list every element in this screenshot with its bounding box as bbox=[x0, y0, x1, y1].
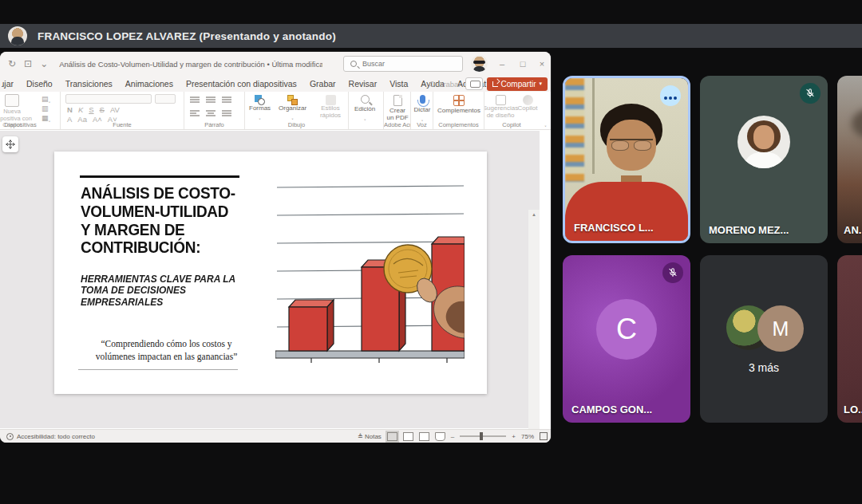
comments-icon[interactable] bbox=[465, 77, 483, 90]
muted-badge bbox=[800, 83, 820, 104]
zoom-slider[interactable] bbox=[460, 435, 506, 437]
minimize-button[interactable]: – bbox=[493, 52, 511, 76]
slide-scrollbar[interactable]: ▴ ▾ ▴▴ ▾▾ bbox=[528, 210, 540, 443]
collapse-ribbon-icon[interactable]: ˯ bbox=[544, 119, 547, 127]
slideshow-icon[interactable] bbox=[435, 432, 445, 441]
participant-name: MORENO MEZ... bbox=[709, 224, 789, 236]
estilos-rapidos-button[interactable]: Estilos rápidos bbox=[315, 95, 346, 120]
close-button[interactable]: × bbox=[533, 52, 551, 76]
ppt-ribbon: Nueva diapositiva con Copilot ▤˯ ▥ ▦˯ Di… bbox=[0, 92, 551, 130]
copilot-button[interactable]: Copilot bbox=[518, 95, 537, 112]
ribbon-group-complementos: Complementos Complementos bbox=[433, 92, 484, 129]
ppt-status-bar: Accesibilidad: todo correcto ≜ Notas – +… bbox=[0, 429, 551, 443]
font-name-select[interactable] bbox=[65, 94, 152, 104]
dictate-mic-icon bbox=[420, 95, 425, 104]
strikethrough-button[interactable]: S bbox=[100, 105, 105, 114]
dictar-button[interactable]: Dictar˯ bbox=[413, 95, 432, 122]
fit-to-window-icon[interactable] bbox=[540, 432, 548, 440]
tile-francisco[interactable]: FRANCISCO L... bbox=[563, 76, 690, 243]
pdf-icon bbox=[393, 95, 402, 106]
underline-button[interactable]: S bbox=[89, 105, 93, 114]
bold-button[interactable]: N bbox=[67, 105, 73, 114]
slide-layout-icon[interactable]: ▤˯ bbox=[42, 95, 51, 103]
scroll-up-icon[interactable]: ▴ bbox=[532, 210, 536, 219]
tab-diseno[interactable]: Diseño bbox=[26, 79, 53, 89]
font-size-select[interactable] bbox=[155, 94, 176, 104]
bullets-icon[interactable] bbox=[190, 96, 200, 104]
grabar-button[interactable]: Grabar bbox=[429, 80, 461, 89]
more-options-icon bbox=[663, 89, 678, 103]
ribbon-group-voz: Dictar˯ Voz bbox=[411, 92, 433, 129]
tile-moreno[interactable]: MORENO MEZ... bbox=[700, 76, 828, 243]
organizar-button[interactable]: Organizar˯ bbox=[279, 95, 306, 120]
presenter-avatar bbox=[8, 26, 27, 45]
tab-transiciones[interactable]: Transiciones bbox=[65, 79, 113, 89]
ppt-search-box[interactable] bbox=[343, 56, 463, 72]
notes-button[interactable]: ≜ Notas bbox=[358, 433, 382, 440]
zoom-slider-thumb[interactable] bbox=[480, 432, 483, 440]
maximize-button[interactable]: □ bbox=[514, 52, 532, 76]
normal-view-icon[interactable] bbox=[387, 432, 397, 441]
align-center-icon[interactable] bbox=[206, 109, 216, 117]
ribbon-group-edicion: Edición˯ bbox=[349, 92, 384, 129]
reset-slide-icon[interactable]: ▥ bbox=[42, 104, 49, 112]
align-right-icon[interactable] bbox=[222, 109, 231, 117]
tab-presentacion[interactable]: Presentación con diapositivas bbox=[186, 79, 297, 89]
tile-overflow[interactable]: M 3 más bbox=[700, 255, 828, 423]
move-icon bbox=[6, 140, 15, 149]
slide-quote: “Comprendiendo cómo los costos y volúmen… bbox=[93, 338, 240, 363]
share-icon bbox=[492, 81, 498, 87]
ribbon-group-adobe: Crear un PDF Adobe Acr... bbox=[384, 92, 411, 129]
document-title: Análisis de Costo-Volumen-Utilidad y mar… bbox=[59, 60, 322, 69]
undo-icon[interactable]: ↻ bbox=[8, 58, 16, 69]
crear-pdf-button[interactable]: Crear un PDF bbox=[386, 95, 409, 122]
ribbon-group-diapositivas: Nueva diapositiva con Copilot ▤˯ ▥ ▦˯ Di… bbox=[0, 92, 61, 129]
tab-grabar[interactable]: Grabar bbox=[310, 79, 336, 89]
formas-button[interactable]: Formas˯ bbox=[249, 95, 271, 120]
shapes-icon bbox=[255, 95, 265, 105]
find-icon bbox=[361, 95, 370, 104]
customize-toolbar-chevron-icon[interactable]: ⌄ bbox=[40, 58, 48, 69]
annotation-move-button[interactable] bbox=[2, 136, 18, 152]
tile-an[interactable]: AN... bbox=[837, 76, 862, 243]
participant-name: AN... bbox=[844, 224, 862, 236]
ppt-canvas[interactable]: ANÁLISIS DE COSTO-VOLUMEN-UTILIDAD Y MAR… bbox=[0, 131, 540, 428]
align-left-icon[interactable] bbox=[190, 109, 200, 117]
edicion-button[interactable]: Edición˯ bbox=[354, 95, 375, 121]
mic-off-icon bbox=[667, 267, 678, 278]
tab-vista[interactable]: Vista bbox=[389, 79, 408, 89]
muted-badge bbox=[662, 262, 683, 283]
tab-dibujar[interactable]: Dibujar bbox=[2, 79, 14, 89]
share-button[interactable]: Compartir▾ bbox=[487, 77, 548, 91]
complementos-button[interactable]: Complementos bbox=[437, 95, 480, 115]
search-input[interactable] bbox=[361, 59, 449, 69]
italic-button[interactable]: K bbox=[78, 105, 83, 114]
tab-animaciones[interactable]: Animaciones bbox=[125, 79, 173, 89]
reading-view-icon[interactable] bbox=[419, 432, 429, 441]
slideshow-quick-icon[interactable]: ⊡ bbox=[24, 58, 32, 69]
slide-sorter-icon[interactable] bbox=[403, 432, 413, 441]
tile-options-button[interactable] bbox=[660, 85, 681, 106]
zoom-in-icon[interactable]: + bbox=[512, 433, 516, 440]
accessibility-status: Accesibilidad: todo correcto bbox=[17, 433, 95, 440]
account-avatar[interactable] bbox=[471, 55, 488, 72]
char-spacing-button[interactable]: AV bbox=[110, 105, 120, 114]
tab-revisar[interactable]: Revisar bbox=[349, 79, 378, 89]
slide[interactable]: ANÁLISIS DE COSTO-VOLUMEN-UTILIDAD Y MAR… bbox=[54, 152, 487, 394]
numbering-icon[interactable] bbox=[206, 96, 216, 104]
chevron-down-icon: ▾ bbox=[539, 81, 542, 87]
tile-lo[interactable]: LO... bbox=[837, 255, 862, 423]
moreno-avatar bbox=[737, 116, 790, 168]
ppt-title-bar: ↻ ⊡ ⌄ Análisis de Costo-Volumen-Utilidad… bbox=[0, 52, 551, 76]
ribbon-group-dibujo: Formas˯ Organizar˯ Estilos rápidos Dibuj… bbox=[245, 92, 349, 129]
sugerencias-button[interactable]: Sugerencias de diseño bbox=[486, 95, 515, 120]
overflow-avatar-m: M bbox=[757, 305, 804, 352]
zoom-out-icon[interactable]: – bbox=[451, 433, 454, 440]
tile-campos[interactable]: C CAMPOS GON... bbox=[563, 255, 690, 423]
zoom-level[interactable]: 75% bbox=[521, 433, 534, 440]
line-spacing-icon[interactable] bbox=[222, 96, 231, 104]
record-icon bbox=[429, 81, 435, 87]
powerpoint-window[interactable]: ↻ ⊡ ⌄ Análisis de Costo-Volumen-Utilidad… bbox=[0, 52, 551, 443]
ribbon-group-fuente: N K S S AV A Aa A˄ A˅ Fuente bbox=[61, 92, 184, 129]
control-bar: lbs-fbj CC i bbox=[0, 443, 862, 504]
